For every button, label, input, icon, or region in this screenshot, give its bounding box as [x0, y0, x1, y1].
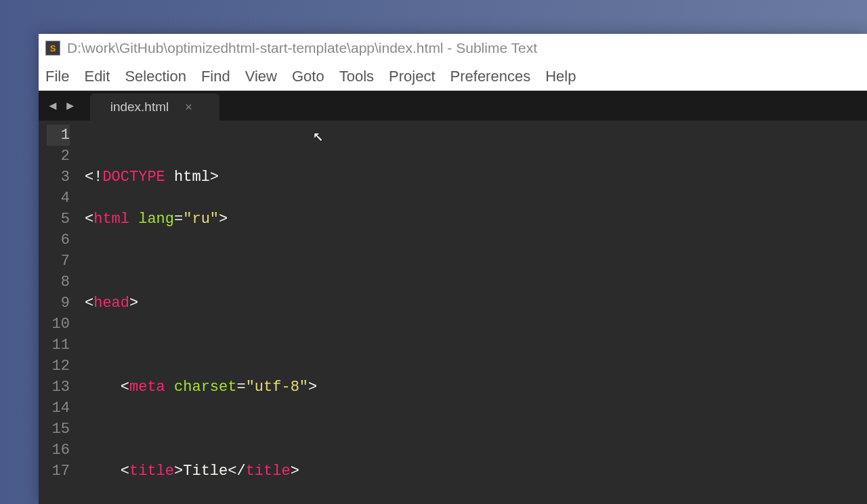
titlebar[interactable]: S D:\work\GitHub\optimizedhtml-start-tem…: [39, 34, 867, 62]
menubar: File Edit Selection Find View Goto Tools…: [39, 62, 867, 91]
line-gutter: 1 2 3 4 5 6 7 8 9 10 11 12 13 14 15 16 1…: [39, 121, 79, 504]
line-number: 17: [47, 461, 70, 482]
editor-area: ◄ ► index.html × 1 2 3 4 5 6 7 8 9 10 11: [39, 91, 867, 504]
line-number: 11: [47, 335, 70, 356]
mouse-cursor-icon: ↖: [313, 126, 324, 147]
line-number: 14: [47, 398, 70, 419]
menu-selection[interactable]: Selection: [125, 68, 186, 85]
line-number: 7: [47, 251, 70, 272]
nav-arrows: ◄ ►: [47, 91, 90, 121]
code-line: [85, 335, 867, 356]
line-number: 6: [47, 230, 70, 251]
back-arrow-icon[interactable]: ◄: [47, 99, 59, 113]
line-number: 9: [47, 293, 70, 314]
tab-label: index.html: [110, 100, 169, 114]
menu-view[interactable]: View: [245, 68, 277, 85]
code-content[interactable]: ↖ <!DOCTYPE html> <html lang="ru"> <head…: [79, 121, 867, 504]
line-number: 3: [47, 167, 70, 188]
sublime-window: S D:\work\GitHub\optimizedhtml-start-tem…: [39, 34, 867, 504]
line-number: 12: [47, 356, 70, 377]
forward-arrow-icon[interactable]: ►: [64, 99, 77, 113]
code-area[interactable]: 1 2 3 4 5 6 7 8 9 10 11 12 13 14 15 16 1…: [39, 121, 867, 504]
menu-find[interactable]: Find: [201, 68, 230, 85]
tab-close-icon[interactable]: ×: [185, 100, 192, 114]
menu-preferences[interactable]: Preferences: [450, 68, 531, 85]
tab-index-html[interactable]: index.html ×: [90, 93, 219, 121]
line-number: 15: [47, 419, 70, 440]
code-line: <head>: [85, 293, 867, 314]
menu-edit[interactable]: Edit: [84, 68, 110, 85]
window-title: D:\work\GitHub\optimizedhtml-start-templ…: [67, 40, 537, 56]
code-line: [85, 251, 867, 272]
code-line: <html lang="ru">: [85, 209, 867, 230]
tab-row: ◄ ► index.html ×: [39, 91, 867, 121]
line-number: 13: [47, 377, 70, 398]
line-number: 10: [47, 314, 70, 335]
code-line: [85, 419, 867, 440]
code-line: <title>Title</title>: [85, 461, 867, 482]
line-number: 5: [47, 209, 70, 230]
menu-file[interactable]: File: [45, 68, 69, 85]
line-number: 2: [47, 146, 70, 167]
line-number: 4: [47, 188, 70, 209]
code-line: <meta charset="utf-8">: [85, 377, 867, 398]
line-number: 8: [47, 272, 70, 293]
line-number: 16: [47, 440, 70, 461]
menu-tools[interactable]: Tools: [339, 68, 374, 85]
menu-help[interactable]: Help: [545, 68, 576, 85]
code-line: <!DOCTYPE html>: [85, 167, 867, 188]
line-number: 1: [47, 125, 70, 146]
menu-goto[interactable]: Goto: [292, 68, 324, 85]
menu-project[interactable]: Project: [389, 68, 435, 85]
sublime-app-icon: S: [45, 41, 60, 56]
